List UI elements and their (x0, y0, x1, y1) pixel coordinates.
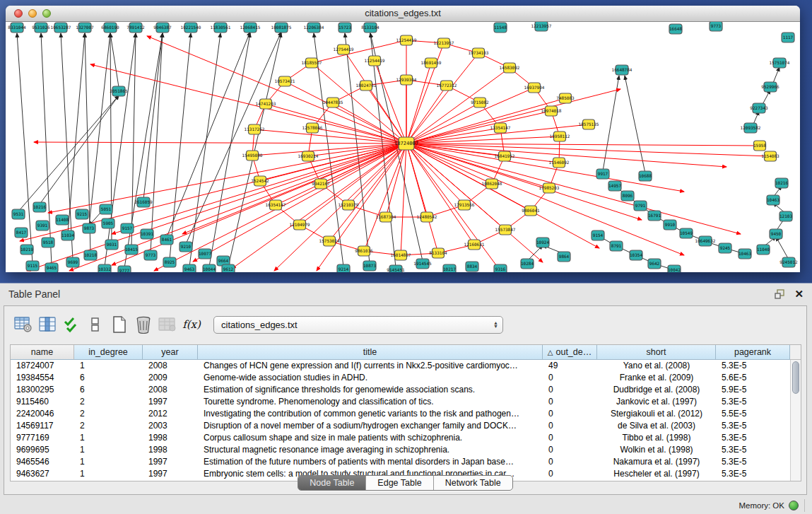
table-row[interactable]: 1872400712008Changes of HCN gene express… (11, 360, 801, 372)
application-window: citations_edges.txt 83310449531026106532… (0, 0, 812, 514)
graph-node-label: 10391 (141, 231, 153, 236)
column-header-pagerank[interactable]: pagerank (716, 345, 790, 360)
graph-node-label: 8096 (623, 193, 633, 198)
graph-node-label: 2616059 (134, 199, 153, 204)
network-graph-canvas[interactable]: 8331044953102610653287132700768601907891… (6, 22, 800, 272)
network-window-titlebar[interactable]: citations_edges.txt (6, 6, 800, 22)
memory-status-indicator[interactable] (789, 501, 799, 510)
table-panel-body: f(x) citations_edges.txt ▲▼ namein_degre… (4, 305, 807, 495)
checkmarks-icon[interactable] (59, 313, 83, 337)
graph-node-label: 8331044 (8, 25, 26, 30)
graph-node-label: 14957 (608, 183, 621, 188)
table-row[interactable]: 946554611997Estimation of the future num… (11, 456, 801, 468)
zoom-window-button[interactable] (42, 9, 51, 18)
table-selector-dropdown[interactable]: citations_edges.txt ▲▼ (213, 316, 503, 334)
graph-node-label: 16014867 (391, 252, 411, 257)
minimize-window-button[interactable] (28, 9, 37, 18)
graph-edge-selected[interactable] (375, 61, 406, 144)
column-header-name[interactable]: name (11, 345, 74, 360)
graph-edge[interactable] (186, 32, 281, 244)
table-row[interactable]: 969969511998Structural magnetic resonanc… (11, 444, 801, 456)
graph-edge[interactable] (68, 33, 85, 233)
graph-edge-selected[interactable] (274, 144, 406, 271)
graph-edge-selected[interactable] (34, 142, 406, 144)
graph-edge[interactable] (18, 95, 119, 211)
graph-node-label: 8834 (467, 264, 478, 269)
graph-edge[interactable] (110, 33, 119, 87)
graph-node-label: 12480542 (417, 214, 437, 219)
column-header-short[interactable]: short (597, 345, 716, 360)
graph-edge-selected[interactable] (406, 43, 444, 144)
scrollbar-thumb[interactable] (792, 361, 799, 394)
graph-node-label: 5905 (103, 221, 114, 226)
rows-icon[interactable] (83, 313, 107, 337)
table-cell: Nakamura et al. (1997) (597, 456, 716, 468)
tab-network-table[interactable]: Network Table (434, 476, 512, 490)
graph-edge[interactable] (228, 33, 281, 267)
graph-node-label: 9518 (43, 240, 54, 245)
graph-edge-selected[interactable] (406, 144, 741, 234)
delete-column-trash-icon[interactable] (131, 313, 155, 337)
tab-node-table[interactable]: Node Table (298, 476, 366, 490)
table-cell: 2009 (143, 372, 198, 384)
table-cell: 2008 (143, 384, 198, 396)
graph-node-label: 16772312 (437, 83, 457, 88)
close-window-button[interactable] (14, 9, 23, 18)
graph-edge[interactable] (209, 33, 250, 267)
graph-node-label: 12103 (779, 214, 792, 218)
table-cell: 9777169 (11, 432, 74, 444)
table-row[interactable]: 1938455462009Genome-wide association stu… (11, 372, 801, 384)
graph-edge[interactable] (143, 33, 163, 199)
table-cell: 1 (74, 432, 143, 444)
new-column-icon[interactable] (107, 313, 131, 337)
graph-edge[interactable] (170, 33, 191, 259)
graph-edge[interactable] (89, 33, 110, 226)
graph-node-label: 9450 (771, 231, 782, 236)
graph-edge[interactable] (776, 237, 789, 259)
table-mode-icon[interactable] (11, 313, 35, 337)
table-row[interactable]: 2242004622012Investigating the contribut… (11, 408, 801, 420)
graph-node-label: 11830561 (211, 25, 231, 30)
float-panel-icon[interactable] (775, 289, 786, 299)
graph-node-label: 9699 (68, 259, 78, 264)
table-vertical-scrollbar[interactable] (790, 360, 801, 481)
graph-edge-selected[interactable] (312, 40, 406, 63)
graph-edge-selected[interactable] (193, 144, 406, 262)
table-cell: Jankovic et al. (1997) (597, 396, 716, 408)
graph-edge-selected[interactable] (406, 144, 492, 184)
graph-edge-selected[interactable] (232, 144, 406, 269)
table-row[interactable]: 911546021997Tourette syndrome. Phenomeno… (11, 396, 801, 408)
table-cell: 1998 (143, 432, 198, 444)
graph-edge[interactable] (625, 76, 645, 173)
graph-node-label: 10219 (20, 247, 33, 252)
table-cell: Estimation of the future numbers of pati… (198, 456, 543, 468)
table-cell: 0 (543, 420, 597, 432)
split-pane-grip[interactable] (401, 278, 410, 281)
graph-edge[interactable] (167, 32, 250, 237)
close-panel-icon[interactable]: ✕ (794, 288, 804, 300)
column-header-title[interactable]: title (198, 345, 543, 360)
table-toolbar: f(x) citations_edges.txt ▲▼ (4, 306, 806, 343)
graph-edge[interactable] (61, 33, 73, 259)
table-cell: Corpus callosum shape and size in male p… (198, 432, 543, 444)
graph-node-label: 18024761 (356, 83, 377, 88)
graph-node-label: 11317262 (245, 127, 265, 132)
column-header-in_degree[interactable]: in_degree (74, 345, 143, 360)
show-columns-icon[interactable] (35, 313, 59, 337)
table-row[interactable]: 1456911722003Disruption of a novel membe… (11, 420, 801, 432)
table-row[interactable]: 1830029562008Estimation of significance … (11, 384, 801, 396)
function-builder-icon[interactable]: f(x) (180, 313, 204, 337)
graph-edge[interactable] (40, 95, 119, 204)
column-header-year[interactable]: year (143, 345, 198, 360)
tab-edge-table[interactable]: Edge Table (366, 476, 433, 490)
graph-node-label: 9245012 (779, 259, 798, 264)
graph-node-label: 9463 (184, 267, 195, 271)
graph-edge[interactable] (131, 33, 136, 247)
graph-edge[interactable] (189, 33, 220, 267)
table-row[interactable]: 977716911998Corpus callosum shape and si… (11, 432, 801, 444)
column-header-out_de[interactable]: △out_de… (543, 345, 597, 360)
table-cell: 18300295 (11, 384, 74, 396)
graph-node-label: 10463 (739, 251, 751, 256)
graph-edge-selected[interactable] (321, 144, 406, 184)
graph-edge-selected[interactable] (266, 104, 406, 144)
